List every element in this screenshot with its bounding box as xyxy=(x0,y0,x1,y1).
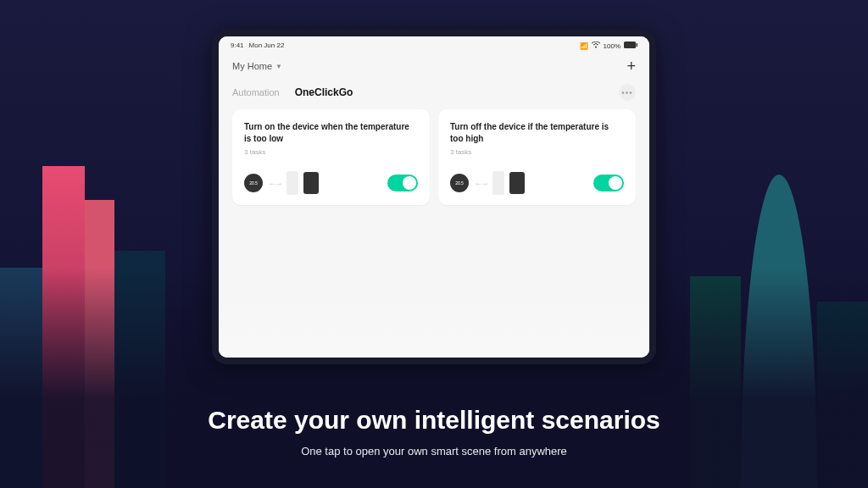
scenario-title: Turn on the device when the temperature … xyxy=(244,121,418,145)
scenario-card[interactable]: Turn on the device when the temperature … xyxy=(232,109,430,205)
page-subtitle: One tap to open your own smart scene fro… xyxy=(0,445,868,458)
tabs: Automation OneClickGo ••• xyxy=(219,80,649,109)
page-headline: Create your own intelligent scenarios xyxy=(0,406,868,435)
tablet-screen: 9:41 Mon Jun 22 📶 100% My Home ▼ + xyxy=(219,36,649,358)
scenario-toggle[interactable] xyxy=(593,175,624,191)
svg-rect-1 xyxy=(624,42,636,48)
status-time: 9:41 xyxy=(231,42,244,50)
device-icon xyxy=(303,172,319,194)
status-bar: 9:41 Mon Jun 22 📶 100% xyxy=(219,36,649,52)
wifi-icon xyxy=(592,42,600,50)
scenario-toggle[interactable] xyxy=(387,175,418,191)
scenario-subtitle: 3 tasks xyxy=(450,148,624,156)
tab-automation[interactable]: Automation xyxy=(232,87,280,97)
scenario-subtitle: 3 tasks xyxy=(244,148,418,156)
svg-rect-2 xyxy=(637,43,638,47)
marketing-text: Create your own intelligent scenarios On… xyxy=(0,406,868,458)
home-dropdown[interactable]: My Home ▼ xyxy=(232,61,282,71)
screen-fade xyxy=(219,290,649,358)
scenario-title: Turn off the device if the temperature i… xyxy=(450,121,624,145)
arrow-icon: ←→ xyxy=(474,179,487,188)
chevron-down-icon: ▼ xyxy=(275,63,282,70)
device-icon xyxy=(509,172,525,194)
add-button[interactable]: + xyxy=(626,58,636,74)
app-header: My Home ▼ + xyxy=(219,52,649,80)
home-label: My Home xyxy=(232,61,272,71)
battery-icon xyxy=(624,42,637,50)
scenario-icons: 20.5 ←→ xyxy=(450,171,525,195)
device-icon xyxy=(492,171,504,195)
svg-point-0 xyxy=(595,47,597,48)
thermostat-icon: 20.5 xyxy=(244,174,263,192)
status-date: Mon Jun 22 xyxy=(249,42,285,50)
device-icon xyxy=(287,171,298,195)
tab-oneclickgo[interactable]: OneClickGo xyxy=(295,86,353,98)
more-button[interactable]: ••• xyxy=(619,84,636,101)
thermostat-icon: 20.5 xyxy=(450,174,469,192)
signal-icon: 📶 xyxy=(580,42,588,50)
tablet-device: 9:41 Mon Jun 22 📶 100% My Home ▼ + xyxy=(212,30,656,364)
battery-percent: 100% xyxy=(604,42,620,50)
scenario-card[interactable]: Turn off the device if the temperature i… xyxy=(438,109,636,205)
scenario-cards: Turn on the device when the temperature … xyxy=(219,109,649,205)
scenario-icons: 20.5 ←→ xyxy=(244,171,319,195)
arrow-icon: ←→ xyxy=(268,179,281,188)
